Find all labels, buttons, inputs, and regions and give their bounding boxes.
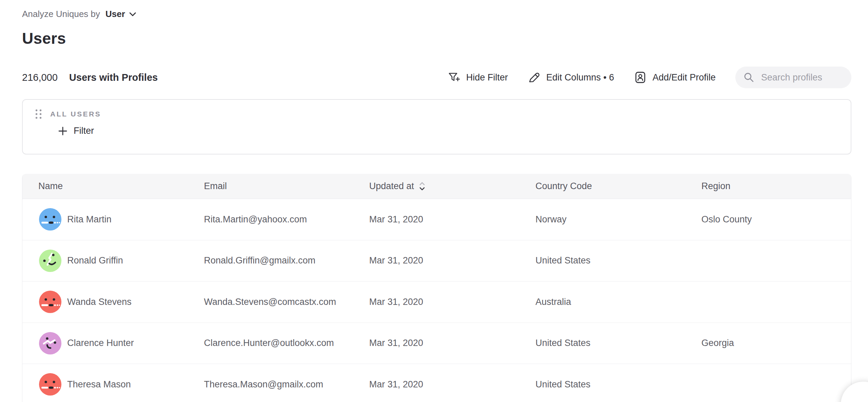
user-name: Wanda Stevens (67, 297, 132, 307)
user-country: United States (535, 379, 701, 390)
edit-columns-label: Edit Columns • 6 (546, 72, 614, 83)
users-table: Name Email Updated at Country Code Regio… (22, 174, 851, 402)
avatar (39, 373, 61, 396)
user-name: Ronald Griffin (67, 255, 123, 266)
user-name: Rita Martin (67, 214, 112, 225)
user-updated-at: Mar 31, 2020 (369, 297, 535, 307)
avatar-face-icon (39, 291, 61, 313)
table-header-row: Name Email Updated at Country Code Regio… (22, 174, 851, 199)
filter-group-header: ALL USERS (35, 109, 101, 120)
avatar (39, 250, 61, 272)
avatar (39, 332, 61, 354)
user-email: Wanda.Stevens@comcastx.com (204, 297, 369, 307)
column-header-name: Name (22, 181, 204, 191)
toolbar-actions: Hide Filter Edit Columns • 6 Add/Edit Pr… (448, 67, 851, 88)
column-header-updated-at[interactable]: Updated at (369, 181, 535, 191)
table-row[interactable]: Ronald Griffin Ronald.Griffin@gmailx.com… (22, 240, 851, 282)
users-page: Analyze Uniques by User Users 216,000 Us… (0, 0, 868, 402)
column-header-region: Region (701, 181, 851, 191)
table-row[interactable]: Wanda Stevens Wanda.Stevens@comcastx.com… (22, 281, 851, 323)
avatar-face-icon (39, 373, 61, 396)
search-profiles (735, 67, 851, 88)
hide-filter-button[interactable]: Hide Filter (448, 71, 508, 84)
plus-icon (58, 126, 68, 136)
column-header-country-code: Country Code (535, 181, 701, 191)
user-email: Rita.Martin@yahoox.com (204, 214, 369, 225)
add-filter-label: Filter (74, 126, 94, 136)
profiles-count: 216,000 Users with Profiles (22, 72, 158, 83)
toolbar: 216,000 Users with Profiles Hide Filter … (22, 66, 851, 89)
user-country: United States (535, 255, 701, 266)
avatar-face-icon (39, 332, 61, 354)
user-region: Georgia (701, 338, 851, 348)
user-updated-at: Mar 31, 2020 (369, 255, 535, 266)
add-edit-profile-label: Add/Edit Profile (653, 72, 716, 83)
profile-card-icon (634, 71, 647, 84)
user-updated-at: Mar 31, 2020 (369, 214, 535, 225)
filter-group-label: ALL USERS (50, 110, 101, 118)
user-country: Norway (535, 214, 701, 225)
user-country: United States (535, 338, 701, 348)
user-country: Australia (535, 297, 701, 307)
profiles-count-label: Users with Profiles (69, 72, 158, 83)
filter-plus-icon (448, 71, 460, 84)
sort-icon (419, 181, 425, 191)
avatar-face-icon (39, 208, 61, 231)
column-header-email: Email (204, 181, 369, 191)
page-title: Users (22, 29, 66, 48)
table-row[interactable]: Theresa Mason Theresa.Mason@gmailx.com M… (22, 364, 851, 402)
user-name: Theresa Mason (67, 379, 131, 390)
search-profiles-input[interactable] (735, 67, 851, 88)
avatar-face-icon (39, 250, 61, 272)
analyze-by-dropdown[interactable]: User (106, 9, 136, 19)
pencil-icon (528, 71, 541, 84)
user-email: Clarence.Hunter@outlookx.com (204, 338, 369, 348)
user-email: Theresa.Mason@gmailx.com (204, 379, 369, 390)
add-edit-profile-button[interactable]: Add/Edit Profile (634, 71, 716, 84)
chevron-down-icon (129, 12, 136, 16)
table-row[interactable]: Clarence Hunter Clarence.Hunter@outlookx… (22, 323, 851, 364)
user-region: Oslo County (701, 214, 851, 225)
avatar (39, 208, 61, 231)
avatar (39, 291, 61, 313)
user-updated-at: Mar 31, 2020 (369, 338, 535, 348)
add-filter-button[interactable]: Filter (58, 126, 94, 136)
drag-handle-icon[interactable] (35, 109, 42, 120)
analyze-uniques-row: Analyze Uniques by User (22, 9, 136, 19)
analyze-by-value: User (106, 9, 125, 19)
user-email: Ronald.Griffin@gmailx.com (204, 255, 369, 266)
filter-panel: ALL USERS Filter (22, 99, 851, 154)
table-row[interactable]: Rita Martin Rita.Martin@yahoox.com Mar 3… (22, 199, 851, 240)
user-name: Clarence Hunter (67, 338, 134, 348)
hide-filter-label: Hide Filter (466, 72, 508, 83)
profiles-count-number: 216,000 (22, 72, 58, 83)
analyze-uniques-label: Analyze Uniques by (22, 9, 100, 19)
user-updated-at: Mar 31, 2020 (369, 379, 535, 390)
edit-columns-button[interactable]: Edit Columns • 6 (528, 71, 614, 84)
